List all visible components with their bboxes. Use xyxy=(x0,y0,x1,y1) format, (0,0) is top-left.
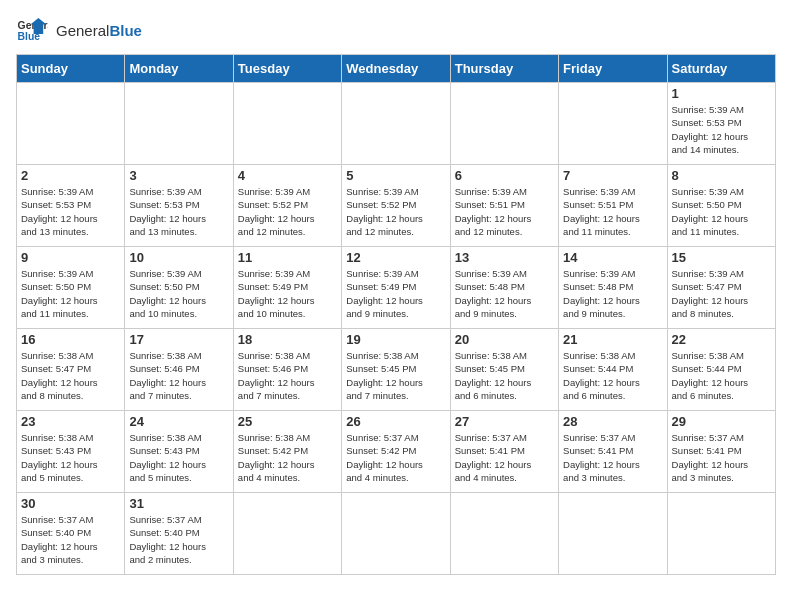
day-info: Sunrise: 5:37 AM Sunset: 5:42 PM Dayligh… xyxy=(346,431,445,484)
calendar-cell xyxy=(17,83,125,165)
calendar-cell: 14Sunrise: 5:39 AM Sunset: 5:48 PM Dayli… xyxy=(559,247,667,329)
day-info: Sunrise: 5:38 AM Sunset: 5:43 PM Dayligh… xyxy=(129,431,228,484)
day-number: 28 xyxy=(563,414,662,429)
day-number: 2 xyxy=(21,168,120,183)
day-number: 23 xyxy=(21,414,120,429)
calendar-cell xyxy=(342,493,450,575)
calendar-cell: 17Sunrise: 5:38 AM Sunset: 5:46 PM Dayli… xyxy=(125,329,233,411)
day-number: 20 xyxy=(455,332,554,347)
calendar-cell xyxy=(233,493,341,575)
day-number: 14 xyxy=(563,250,662,265)
calendar-cell xyxy=(450,493,558,575)
calendar-cell: 3Sunrise: 5:39 AM Sunset: 5:53 PM Daylig… xyxy=(125,165,233,247)
day-number: 10 xyxy=(129,250,228,265)
calendar-cell: 26Sunrise: 5:37 AM Sunset: 5:42 PM Dayli… xyxy=(342,411,450,493)
day-info: Sunrise: 5:39 AM Sunset: 5:47 PM Dayligh… xyxy=(672,267,771,320)
logo-icon: General Blue xyxy=(16,16,48,44)
calendar-cell xyxy=(125,83,233,165)
svg-text:General: General xyxy=(18,20,48,31)
calendar-cell xyxy=(559,83,667,165)
day-info: Sunrise: 5:38 AM Sunset: 5:45 PM Dayligh… xyxy=(455,349,554,402)
weekday-header-monday: Monday xyxy=(125,55,233,83)
calendar-cell: 28Sunrise: 5:37 AM Sunset: 5:41 PM Dayli… xyxy=(559,411,667,493)
day-info: Sunrise: 5:39 AM Sunset: 5:48 PM Dayligh… xyxy=(455,267,554,320)
calendar-row: 2Sunrise: 5:39 AM Sunset: 5:53 PM Daylig… xyxy=(17,165,776,247)
day-info: Sunrise: 5:38 AM Sunset: 5:45 PM Dayligh… xyxy=(346,349,445,402)
calendar-cell xyxy=(342,83,450,165)
day-info: Sunrise: 5:39 AM Sunset: 5:50 PM Dayligh… xyxy=(21,267,120,320)
calendar-cell: 25Sunrise: 5:38 AM Sunset: 5:42 PM Dayli… xyxy=(233,411,341,493)
day-number: 11 xyxy=(238,250,337,265)
weekday-header-saturday: Saturday xyxy=(667,55,775,83)
calendar-row: 23Sunrise: 5:38 AM Sunset: 5:43 PM Dayli… xyxy=(17,411,776,493)
day-info: Sunrise: 5:39 AM Sunset: 5:49 PM Dayligh… xyxy=(238,267,337,320)
day-number: 3 xyxy=(129,168,228,183)
day-number: 18 xyxy=(238,332,337,347)
calendar-cell: 24Sunrise: 5:38 AM Sunset: 5:43 PM Dayli… xyxy=(125,411,233,493)
calendar-cell: 30Sunrise: 5:37 AM Sunset: 5:40 PM Dayli… xyxy=(17,493,125,575)
weekday-header-friday: Friday xyxy=(559,55,667,83)
calendar-cell: 12Sunrise: 5:39 AM Sunset: 5:49 PM Dayli… xyxy=(342,247,450,329)
calendar-cell: 16Sunrise: 5:38 AM Sunset: 5:47 PM Dayli… xyxy=(17,329,125,411)
day-number: 21 xyxy=(563,332,662,347)
calendar-cell: 20Sunrise: 5:38 AM Sunset: 5:45 PM Dayli… xyxy=(450,329,558,411)
calendar-cell: 21Sunrise: 5:38 AM Sunset: 5:44 PM Dayli… xyxy=(559,329,667,411)
calendar-cell: 7Sunrise: 5:39 AM Sunset: 5:51 PM Daylig… xyxy=(559,165,667,247)
day-number: 6 xyxy=(455,168,554,183)
day-info: Sunrise: 5:39 AM Sunset: 5:49 PM Dayligh… xyxy=(346,267,445,320)
calendar-cell: 10Sunrise: 5:39 AM Sunset: 5:50 PM Dayli… xyxy=(125,247,233,329)
weekday-header-row: SundayMondayTuesdayWednesdayThursdayFrid… xyxy=(17,55,776,83)
calendar-cell: 6Sunrise: 5:39 AM Sunset: 5:51 PM Daylig… xyxy=(450,165,558,247)
calendar-cell: 13Sunrise: 5:39 AM Sunset: 5:48 PM Dayli… xyxy=(450,247,558,329)
weekday-header-thursday: Thursday xyxy=(450,55,558,83)
day-info: Sunrise: 5:38 AM Sunset: 5:46 PM Dayligh… xyxy=(129,349,228,402)
calendar-cell: 27Sunrise: 5:37 AM Sunset: 5:41 PM Dayli… xyxy=(450,411,558,493)
day-info: Sunrise: 5:37 AM Sunset: 5:40 PM Dayligh… xyxy=(129,513,228,566)
day-number: 5 xyxy=(346,168,445,183)
day-number: 31 xyxy=(129,496,228,511)
day-info: Sunrise: 5:39 AM Sunset: 5:50 PM Dayligh… xyxy=(672,185,771,238)
day-info: Sunrise: 5:39 AM Sunset: 5:52 PM Dayligh… xyxy=(238,185,337,238)
day-number: 29 xyxy=(672,414,771,429)
day-number: 17 xyxy=(129,332,228,347)
day-number: 15 xyxy=(672,250,771,265)
calendar-row: 16Sunrise: 5:38 AM Sunset: 5:47 PM Dayli… xyxy=(17,329,776,411)
calendar-cell: 22Sunrise: 5:38 AM Sunset: 5:44 PM Dayli… xyxy=(667,329,775,411)
calendar-cell: 19Sunrise: 5:38 AM Sunset: 5:45 PM Dayli… xyxy=(342,329,450,411)
calendar-cell: 2Sunrise: 5:39 AM Sunset: 5:53 PM Daylig… xyxy=(17,165,125,247)
logo-text: GeneralBlue xyxy=(56,22,142,39)
calendar-cell: 9Sunrise: 5:39 AM Sunset: 5:50 PM Daylig… xyxy=(17,247,125,329)
calendar-row: 9Sunrise: 5:39 AM Sunset: 5:50 PM Daylig… xyxy=(17,247,776,329)
day-number: 9 xyxy=(21,250,120,265)
weekday-header-wednesday: Wednesday xyxy=(342,55,450,83)
header: General Blue GeneralBlue xyxy=(16,16,776,44)
day-number: 12 xyxy=(346,250,445,265)
calendar-cell: 29Sunrise: 5:37 AM Sunset: 5:41 PM Dayli… xyxy=(667,411,775,493)
day-info: Sunrise: 5:39 AM Sunset: 5:53 PM Dayligh… xyxy=(672,103,771,156)
day-number: 25 xyxy=(238,414,337,429)
day-info: Sunrise: 5:39 AM Sunset: 5:53 PM Dayligh… xyxy=(129,185,228,238)
day-number: 26 xyxy=(346,414,445,429)
calendar-cell xyxy=(450,83,558,165)
day-info: Sunrise: 5:38 AM Sunset: 5:44 PM Dayligh… xyxy=(563,349,662,402)
day-number: 30 xyxy=(21,496,120,511)
day-info: Sunrise: 5:38 AM Sunset: 5:42 PM Dayligh… xyxy=(238,431,337,484)
day-number: 19 xyxy=(346,332,445,347)
weekday-header-sunday: Sunday xyxy=(17,55,125,83)
day-info: Sunrise: 5:37 AM Sunset: 5:41 PM Dayligh… xyxy=(455,431,554,484)
logo: General Blue GeneralBlue xyxy=(16,16,142,44)
day-info: Sunrise: 5:39 AM Sunset: 5:48 PM Dayligh… xyxy=(563,267,662,320)
day-number: 27 xyxy=(455,414,554,429)
calendar-row: 1Sunrise: 5:39 AM Sunset: 5:53 PM Daylig… xyxy=(17,83,776,165)
day-info: Sunrise: 5:39 AM Sunset: 5:51 PM Dayligh… xyxy=(563,185,662,238)
day-number: 1 xyxy=(672,86,771,101)
day-info: Sunrise: 5:38 AM Sunset: 5:47 PM Dayligh… xyxy=(21,349,120,402)
day-info: Sunrise: 5:39 AM Sunset: 5:53 PM Dayligh… xyxy=(21,185,120,238)
calendar-cell: 31Sunrise: 5:37 AM Sunset: 5:40 PM Dayli… xyxy=(125,493,233,575)
day-number: 7 xyxy=(563,168,662,183)
day-info: Sunrise: 5:39 AM Sunset: 5:50 PM Dayligh… xyxy=(129,267,228,320)
day-info: Sunrise: 5:38 AM Sunset: 5:43 PM Dayligh… xyxy=(21,431,120,484)
day-info: Sunrise: 5:37 AM Sunset: 5:40 PM Dayligh… xyxy=(21,513,120,566)
calendar-cell xyxy=(233,83,341,165)
day-number: 8 xyxy=(672,168,771,183)
